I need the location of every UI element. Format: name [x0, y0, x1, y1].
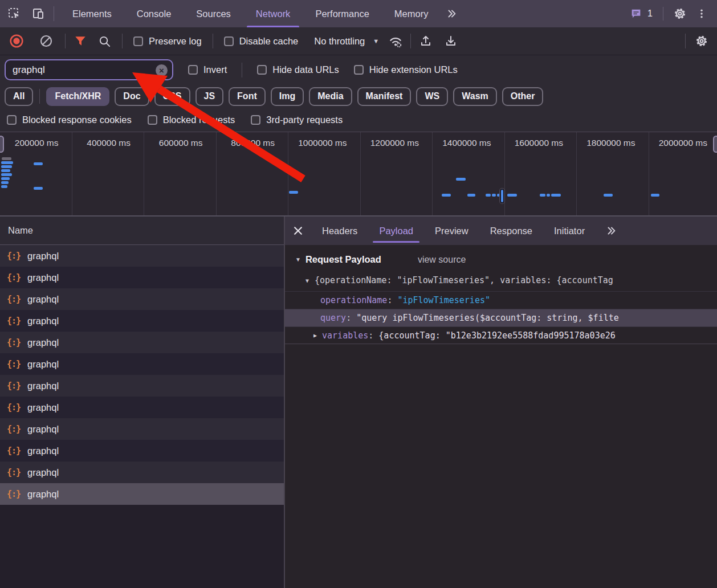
- main-tab-performance[interactable]: Performance: [303, 0, 381, 27]
- request-row-7[interactable]: {:}graphql: [0, 397, 284, 418]
- network-overview-timeline[interactable]: 200000 ms400000 ms600000 ms800000 ms1000…: [0, 132, 717, 217]
- main-tab-network[interactable]: Network: [243, 0, 303, 27]
- blocked-response-cookies-checkbox[interactable]: [7, 115, 17, 125]
- blocked-response-cookies-label[interactable]: Blocked response cookies: [22, 115, 132, 125]
- json-braces-icon: {:}: [7, 402, 21, 413]
- filter-input[interactable]: [13, 64, 152, 76]
- timeline-tick-label: 1600000 ms: [505, 132, 577, 154]
- filter-divider: [242, 63, 242, 77]
- detail-tab-response[interactable]: Response: [479, 217, 543, 245]
- issues-message-icon[interactable]: [628, 4, 644, 23]
- request-row-1[interactable]: {:}graphql: [0, 267, 284, 288]
- request-detail-panel: HeadersPayloadPreviewResponseInitiator ▼…: [285, 217, 717, 588]
- hide-extension-urls-label[interactable]: Hide extension URLs: [369, 64, 458, 75]
- preserve-log-checkbox[interactable]: [133, 36, 143, 46]
- kebab-menu-icon[interactable]: [692, 4, 711, 23]
- main-tab-elements[interactable]: Elements: [60, 0, 124, 27]
- filter-chip-all[interactable]: All: [5, 87, 33, 106]
- disable-cache-checkbox[interactable]: [224, 36, 234, 46]
- timeline-bar: [467, 194, 475, 197]
- 3rd-party-requests-label[interactable]: 3rd-party requests: [266, 115, 343, 125]
- request-row-11[interactable]: {:}graphql: [0, 483, 284, 505]
- timeline-right-handle[interactable]: [713, 136, 717, 153]
- request-row-0[interactable]: {:}graphql: [0, 245, 284, 267]
- 3rd-party-requests-checkbox[interactable]: [251, 115, 260, 125]
- filter-chip-manifest[interactable]: Manifest: [357, 87, 412, 106]
- filter-chip-media[interactable]: Media: [309, 87, 352, 106]
- request-row-5[interactable]: {:}graphql: [0, 353, 284, 375]
- filter-chip-doc[interactable]: Doc: [115, 87, 149, 106]
- blocked-requests-checkbox[interactable]: [148, 115, 157, 125]
- payload-row-operationname[interactable]: operationName:"ipFlowTimeseries": [285, 291, 717, 309]
- timeline-tick-labels: 200000 ms400000 ms600000 ms800000 ms1000…: [0, 132, 717, 154]
- import-har-icon[interactable]: [416, 31, 435, 51]
- hide-data-urls-checkbox[interactable]: [257, 65, 267, 75]
- settings-gear-icon[interactable]: [670, 4, 690, 23]
- topbar-divider: [54, 6, 54, 21]
- filter-chip-css[interactable]: CSS: [154, 87, 190, 106]
- main-tab-sources[interactable]: Sources: [184, 0, 243, 27]
- payload-row-variables[interactable]: ▶variables:{accountTag: "b12e3b2192ee558…: [285, 326, 717, 344]
- search-icon[interactable]: [95, 31, 114, 51]
- filter-chip-fetch-xhr[interactable]: Fetch/XHR: [46, 87, 109, 106]
- filter-chip-font[interactable]: Font: [229, 87, 266, 106]
- clear-icon[interactable]: [36, 31, 56, 51]
- filter-chip-other[interactable]: Other: [502, 87, 544, 106]
- detail-tabs: HeadersPayloadPreviewResponseInitiator: [311, 217, 596, 245]
- timeline-tick-label: 600000 ms: [144, 132, 217, 154]
- timeline-selected-marker[interactable]: [500, 189, 504, 203]
- more-tabs-icon[interactable]: [442, 4, 461, 23]
- network-conditions-icon[interactable]: [386, 31, 405, 51]
- disable-cache-label[interactable]: Disable cache: [239, 36, 299, 47]
- timeline-bar: [486, 194, 491, 197]
- throttling-dropdown[interactable]: No throttling ▼: [314, 36, 379, 47]
- detail-tab-payload[interactable]: Payload: [368, 217, 424, 245]
- request-row-9[interactable]: {:}graphql: [0, 440, 284, 462]
- hide-data-urls-label[interactable]: Hide data URLs: [272, 64, 339, 75]
- payload-key: operationName: [320, 295, 387, 305]
- hide-extension-urls-checkbox[interactable]: [354, 65, 364, 75]
- request-row-2[interactable]: {:}graphql: [0, 288, 284, 310]
- filter-chip-js[interactable]: JS: [195, 87, 224, 106]
- detail-tab-headers[interactable]: Headers: [311, 217, 368, 245]
- export-har-icon[interactable]: [441, 31, 461, 51]
- detail-more-tabs-icon[interactable]: [601, 221, 621, 240]
- device-toolbar-icon[interactable]: [28, 4, 48, 23]
- preserve-log-label[interactable]: Preserve log: [149, 36, 202, 47]
- detail-tab-initiator[interactable]: Initiator: [543, 217, 596, 245]
- request-row-8[interactable]: {:}graphql: [0, 418, 284, 440]
- payload-row-query[interactable]: query:"query ipFlowTimeseries($accountTa…: [285, 309, 717, 326]
- blocked-requests-label[interactable]: Blocked requests: [163, 115, 235, 125]
- json-braces-icon: {:}: [7, 446, 21, 456]
- invert-checkbox[interactable]: [188, 65, 198, 75]
- requests-panel: Name {:}graphql{:}graphql{:}graphql{:}gr…: [0, 217, 285, 588]
- main-tab-console[interactable]: Console: [124, 0, 184, 27]
- record-icon[interactable]: [7, 31, 26, 51]
- request-row-10[interactable]: {:}graphql: [0, 462, 284, 483]
- inspect-icon[interactable]: [5, 4, 24, 23]
- request-row-3[interactable]: {:}graphql: [0, 310, 284, 332]
- timeline-bar: [1, 165, 12, 168]
- main-tab-memory[interactable]: Memory: [382, 0, 441, 27]
- topbar-right-divider: [663, 7, 663, 21]
- filter-chip-wasm[interactable]: Wasm: [453, 87, 497, 106]
- filter-chip-img[interactable]: Img: [271, 87, 304, 106]
- filter-chip-ws[interactable]: WS: [416, 87, 448, 106]
- detail-tab-preview[interactable]: Preview: [424, 217, 479, 245]
- payload-summary-line[interactable]: ▼ {operationName: "ipFlowTimeseries", va…: [285, 271, 717, 291]
- filter-funnel-icon[interactable]: [71, 31, 90, 51]
- network-settings-gear-icon[interactable]: [692, 31, 711, 51]
- issues-count[interactable]: 1: [647, 9, 653, 19]
- close-icon[interactable]: [285, 217, 311, 245]
- json-braces-icon: {:}: [7, 316, 21, 326]
- view-source-link[interactable]: view source: [418, 255, 466, 265]
- payload-section-triangle-icon[interactable]: ▼: [295, 256, 301, 263]
- request-row-6[interactable]: {:}graphql: [0, 375, 284, 397]
- request-row-4[interactable]: {:}graphql: [0, 332, 284, 353]
- timeline-left-handle[interactable]: [0, 136, 4, 153]
- disclosure-triangle-icon[interactable]: ▶: [313, 332, 317, 338]
- name-column-header[interactable]: Name: [0, 217, 284, 245]
- invert-label[interactable]: Invert: [203, 64, 227, 75]
- filter-clear-icon[interactable]: ×: [156, 64, 168, 76]
- request-name: graphql: [27, 446, 59, 456]
